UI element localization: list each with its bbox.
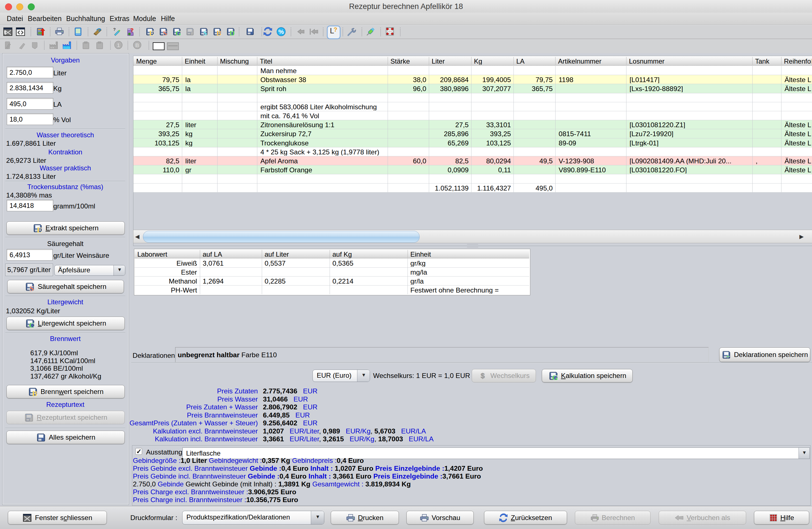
svg-text:S: S — [163, 29, 167, 36]
svg-text:+: + — [726, 352, 730, 359]
svg-text:C: C — [29, 321, 35, 328]
svg-text:D: D — [230, 29, 235, 36]
svg-text:S: S — [29, 284, 34, 292]
svg-text:E: E — [149, 29, 154, 36]
svg-text:B: B — [216, 29, 221, 36]
svg-text:E: E — [37, 225, 42, 233]
svg-text:B: B — [32, 389, 37, 397]
svg-text:%: % — [278, 28, 284, 35]
svg-text:$: $ — [480, 371, 484, 380]
svg-text:?: ? — [130, 27, 134, 33]
svg-text:B: B — [135, 42, 139, 48]
svg-text:G: G — [552, 373, 558, 381]
svg-text:1: 1 — [117, 42, 120, 48]
svg-text:?: ? — [113, 27, 116, 32]
svg-text:$: $ — [203, 29, 207, 36]
svg-text:G: G — [176, 29, 182, 36]
